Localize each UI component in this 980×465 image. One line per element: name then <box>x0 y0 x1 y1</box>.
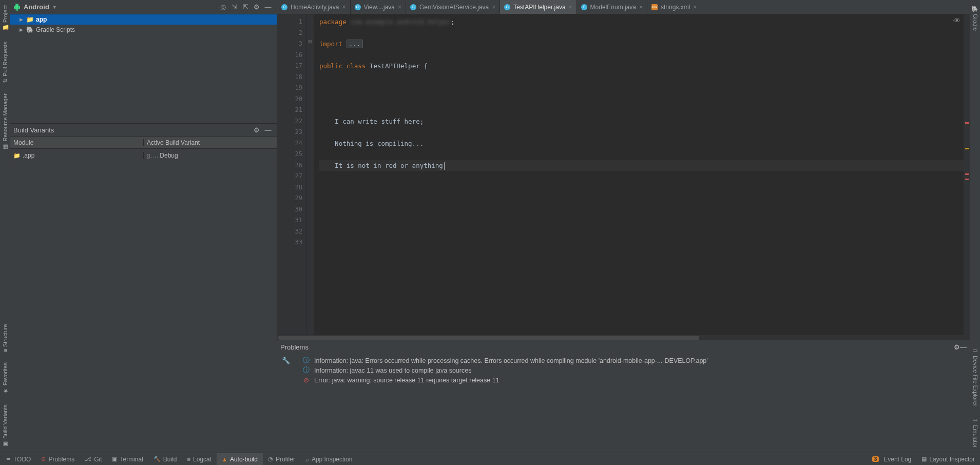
close-icon[interactable]: × <box>569 4 572 11</box>
panel-hide-button[interactable]: — <box>262 124 274 135</box>
right-tool-gutter: 🐘Gradle ▭Device File Explorer ▭Emulator <box>970 0 980 453</box>
problems-tab[interactable]: ⊘Problems <box>36 453 80 465</box>
project-view-dropdown[interactable]: Android <box>24 3 49 11</box>
problem-text: Information: java: Errors occurred while… <box>314 357 708 364</box>
chevron-right-icon: ▶ <box>20 17 23 22</box>
line-number-gutter: 123161718192021222324252627282930313233 <box>277 14 307 335</box>
tree-node-app[interactable]: ▶ 📁 app <box>10 14 277 25</box>
todo-tab[interactable]: ≔TODO <box>0 453 36 465</box>
profiler-icon: ◔ <box>268 456 273 462</box>
problem-row[interactable]: ⓘInformation: javac 11 was used to compi… <box>295 365 970 375</box>
problems-list[interactable]: ⓘInformation: java: Errors occurred whil… <box>295 354 970 453</box>
editor-tab[interactable]: CGemVisionAIService.java× <box>406 0 500 14</box>
close-icon[interactable]: × <box>398 4 401 11</box>
structure-icon: ≡ <box>2 348 8 352</box>
editor-tab[interactable]: </>strings.xml× <box>647 0 701 14</box>
device-icon: ▭ <box>972 347 978 354</box>
editor-tab[interactable]: CHomeActivity.java× <box>277 0 351 14</box>
app-inspection-tab[interactable]: ⌕App Inspection <box>300 453 357 465</box>
panel-settings-button[interactable]: ⚙ <box>251 2 262 13</box>
chevron-down-icon: ▼ <box>52 5 57 10</box>
project-tool-tab[interactable]: 📁Project <box>1 0 9 36</box>
emulator-icon: ▭ <box>972 416 978 423</box>
close-icon[interactable]: × <box>693 4 697 11</box>
close-icon[interactable]: × <box>342 4 345 11</box>
tab-label: GemVisionAIService.java <box>419 4 489 11</box>
android-icon <box>13 4 21 11</box>
build-tab[interactable]: 🔨Build <box>148 453 182 465</box>
class-file-icon: C <box>504 4 510 10</box>
editor-area[interactable]: 123161718192021222324252627282930313233 … <box>277 14 970 335</box>
overview-error-mark[interactable] <box>965 179 969 180</box>
event-log-tab[interactable]: 3Event Log <box>867 453 917 465</box>
class-file-icon: C <box>355 4 361 10</box>
panel-settings-button[interactable]: ⚙ <box>251 124 262 135</box>
auto-build-tab[interactable]: ▲Auto-build <box>217 453 263 465</box>
info-icon: ⓘ <box>302 356 310 365</box>
editor-horizontal-scrollbar[interactable] <box>277 335 970 340</box>
emulator-tool-tab[interactable]: ▭Emulator <box>971 411 979 453</box>
variant-cell[interactable]: g…..Debug <box>144 152 277 159</box>
select-opened-file-button[interactable]: ◎ <box>217 2 228 13</box>
tab-label: TestAPIHelper.java <box>513 4 565 11</box>
overview-error-mark[interactable] <box>965 122 969 124</box>
profiler-tab[interactable]: ◔Profiler <box>263 453 300 465</box>
editor-tab[interactable]: CTestAPIHelper.java× <box>500 0 577 14</box>
overview-error-mark[interactable] <box>965 173 969 175</box>
close-icon[interactable]: × <box>492 4 495 11</box>
expand-all-button[interactable]: ⇲ <box>228 2 240 13</box>
problem-row[interactable]: ⓘInformation: java: Errors occurred whil… <box>295 356 970 365</box>
panel-hide-button[interactable]: — <box>960 343 967 351</box>
tree-label: app <box>36 16 47 23</box>
hammer-icon: 🔨 <box>153 456 161 462</box>
problems-sidebar: 🔧 <box>277 354 295 453</box>
overview-warning-mark[interactable] <box>965 148 969 149</box>
gradle-tool-tab[interactable]: 🐘Gradle <box>971 0 979 36</box>
panel-hide-button[interactable]: — <box>262 2 274 13</box>
tab-label: strings.xml <box>661 4 690 11</box>
tree-node-gradle-scripts[interactable]: ▶ 🐘 Gradle Scripts <box>10 25 277 35</box>
build-variants-table: Module Active Build Variant 📁.app g…..De… <box>10 137 277 453</box>
problems-title: Problems <box>280 343 954 351</box>
logcat-tab[interactable]: ≡Logcat <box>182 453 217 465</box>
module-icon: 📁 <box>26 16 34 23</box>
build-variants-tool-tab[interactable]: ▣Build Variants <box>1 399 9 453</box>
device-file-explorer-tool-tab[interactable]: ▭Device File Explorer <box>971 342 979 411</box>
editor-tab[interactable]: CView....java× <box>351 0 407 14</box>
project-tree[interactable]: ▶ 📁 app ▶ 🐘 Gradle Scripts <box>10 14 277 123</box>
favorites-tool-tab[interactable]: ★Favorites <box>1 357 9 399</box>
problem-text: Information: javac 11 was used to compil… <box>314 367 471 374</box>
tab-label: HomeActivity.java <box>291 4 339 11</box>
table-header-row: Module Active Build Variant <box>10 137 277 149</box>
close-icon[interactable]: × <box>639 4 643 11</box>
inspect-icon: ⌕ <box>305 456 309 462</box>
pull-requests-tool-tab[interactable]: ⇅Pull Requests <box>1 36 9 88</box>
problems-panel: Problems ⚙ — 🔧 ⓘInformation: java: Error… <box>277 340 970 453</box>
column-header-module: Module <box>10 139 144 146</box>
layout-inspector-tab[interactable]: ▦Layout Inspector <box>916 453 980 465</box>
terminal-icon: ▣ <box>112 456 117 462</box>
code-content[interactable]: package com.example.android.helper; impo… <box>314 14 964 335</box>
editor-tab[interactable]: EModelEnum.java× <box>577 0 647 14</box>
logcat-icon: ≡ <box>187 456 190 462</box>
inspection-eye-icon[interactable]: 👁 <box>953 16 960 25</box>
fold-plus-icon[interactable]: ⊞ <box>308 39 312 44</box>
column-header-variant: Active Build Variant <box>144 139 277 146</box>
structure-tool-tab[interactable]: ≡Structure <box>1 319 9 357</box>
terminal-tab[interactable]: ▣Terminal <box>107 453 148 465</box>
folder-icon: 📁 <box>2 25 8 31</box>
project-panel-header: Android ▼ ◎ ⇲ ⇱ ⚙ — <box>10 0 277 14</box>
overview-ruler[interactable]: 👁 <box>964 14 970 335</box>
table-row[interactable]: 📁.app g…..Debug <box>10 149 277 162</box>
gradle-icon: 🐘 <box>26 26 34 33</box>
collapse-all-button[interactable]: ⇱ <box>240 2 251 13</box>
left-panel: Android ▼ ◎ ⇲ ⇱ ⚙ — ▶ 📁 app ▶ 🐘 Gradle S <box>10 0 277 453</box>
resource-manager-tool-tab[interactable]: ▦Resource Manager <box>1 88 9 156</box>
problem-row[interactable]: ⊘Error: java: warning: source release 11… <box>295 375 970 385</box>
git-tab[interactable]: ⎇Git <box>80 453 107 465</box>
scrollbar-thumb[interactable] <box>278 336 699 340</box>
left-tool-gutter: 📁Project ⇅Pull Requests ▦Resource Manage… <box>0 0 10 453</box>
wrench-icon[interactable]: 🔧 <box>282 357 290 364</box>
panel-settings-button[interactable]: ⚙ <box>954 343 960 351</box>
xml-file-icon: </> <box>651 4 658 10</box>
